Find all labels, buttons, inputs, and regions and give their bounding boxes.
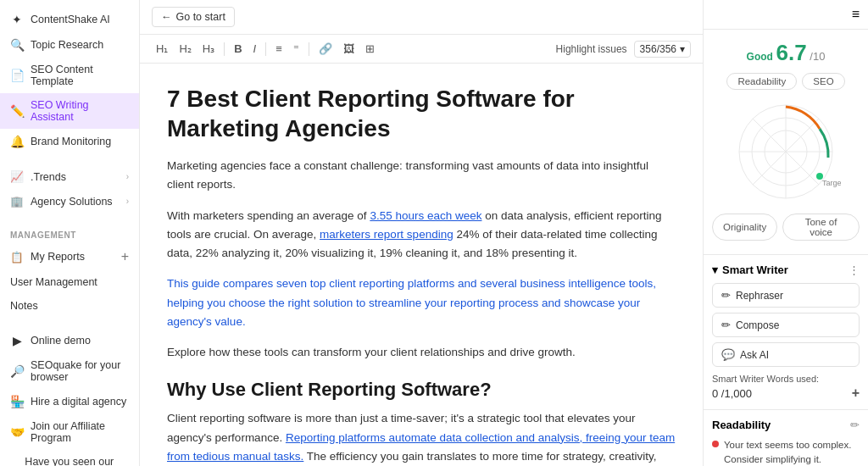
unordered-list-button[interactable]: ≡: [271, 40, 287, 58]
score-tabs-top: Readability SEO: [712, 73, 860, 90]
rephraser-icon: ✏: [721, 289, 731, 302]
paragraph-1: Marketing agencies face a constant chall…: [167, 157, 676, 195]
go-to-start-button[interactable]: ← Go to start: [152, 7, 235, 27]
link-spending[interactable]: marketers report spending: [320, 228, 453, 241]
sidebar-item-seoquake[interactable]: 🔎 SEOquake for your browser: [0, 353, 139, 389]
bold-button[interactable]: B: [230, 40, 246, 58]
sidebar-item-my-reports[interactable]: 📋 My Reports +: [0, 243, 139, 270]
play-icon: ▶: [10, 334, 24, 347]
link-button[interactable]: 🔗: [314, 40, 337, 58]
sidebar: ✦ ContentShake AI 🔍 Topic Research 📄 SEO…: [0, 0, 140, 466]
store-icon: 🏪: [10, 395, 24, 408]
h2-button[interactable]: H₂: [175, 40, 195, 58]
italic-button[interactable]: I: [249, 40, 261, 58]
trends-icon: 📈: [10, 170, 24, 183]
compose-icon: ✏: [721, 319, 731, 331]
words-used-label: Smart Writer Words used:: [712, 374, 860, 384]
radar-chart: Target: [712, 90, 860, 214]
table-button[interactable]: ⊞: [361, 40, 379, 58]
article-title[interactable]: 7 Best Client Reporting Software for Mar…: [167, 84, 676, 143]
highlight-select[interactable]: 356/356 ▾: [634, 41, 691, 58]
words-count-display: 0 /1,000 +: [712, 386, 860, 401]
smart-writer-header: ▾ Smart Writer ⋮: [712, 264, 860, 276]
h3-button[interactable]: H₃: [198, 40, 219, 58]
words-max: /1,000: [721, 387, 752, 400]
sidebar-item-contentshake[interactable]: ✦ ContentShake AI: [0, 7, 139, 32]
highlight-label: Highlight issues: [556, 43, 627, 55]
sidebar-group-agency[interactable]: 🏢 Agency Solutions ›: [0, 189, 139, 214]
formatting-bar: H₁ H₂ H₃ B I ≡ ⁼ 🔗 🖼 ⊞ Highlight issues …: [140, 35, 703, 64]
bell-icon: 🔔: [10, 135, 24, 148]
score-display: Good 6.7 /10: [712, 40, 860, 66]
highlight-count: 356/356: [640, 43, 676, 55]
pen-icon: ✏️: [10, 104, 24, 118]
link-platforms[interactable]: Reporting platforms automate data collec…: [167, 431, 675, 463]
document-icon: 📄: [10, 69, 24, 82]
top-toolbar: ← Go to start: [140, 0, 703, 35]
compose-button[interactable]: ✏ Compose: [712, 313, 860, 337]
sidebar-item-affiliate[interactable]: 🤝 Join our Affiliate Program: [0, 414, 139, 450]
words-count-value: 0: [712, 387, 718, 400]
image-button[interactable]: 🖼: [339, 40, 359, 58]
paragraph-2: With marketers spending an average of 3.…: [167, 207, 676, 264]
readability-header: Readability ✏: [712, 419, 860, 431]
search-icon: 🔍: [10, 38, 24, 52]
tab-seo[interactable]: SEO: [802, 73, 844, 90]
seoquake-icon: 🔎: [10, 364, 24, 378]
sidebar-item-seo-content-template[interactable]: 📄 SEO Content Template: [0, 58, 139, 93]
readability-item: Your text seems too complex. Consider si…: [712, 438, 860, 466]
article-body[interactable]: Marketing agencies face a constant chall…: [167, 157, 676, 466]
score-tabs-bottom: Originality Tone of voice: [712, 214, 860, 241]
handshake-icon: 🤝: [10, 425, 24, 439]
paragraph-5: Client reporting software is more than j…: [167, 409, 676, 466]
reports-icon: 📋: [10, 251, 24, 264]
tab-tone-of-voice[interactable]: Tone of voice: [782, 214, 860, 241]
ask-ai-button[interactable]: 💬 Ask AI: [712, 342, 860, 367]
rephraser-button[interactable]: ✏ Rephraser: [712, 283, 860, 308]
add-report-button[interactable]: +: [121, 249, 129, 264]
contentshake-icon: ✦: [10, 13, 24, 26]
editor-area[interactable]: 7 Best Client Reporting Software for Mar…: [140, 64, 703, 466]
paragraph-4: Explore how these tools can transform yo…: [167, 343, 676, 362]
agency-icon: 🏢: [10, 195, 24, 208]
sidebar-item-seo-writing-assistant[interactable]: ✏️ SEO Writing Assistant: [0, 93, 139, 129]
management-label: MANAGEMENT: [0, 224, 139, 243]
sidebar-item-online-demo[interactable]: ▶ Online demo: [0, 328, 139, 353]
add-words-button[interactable]: +: [852, 386, 860, 401]
sidebar-item-api[interactable]: {} Have you seen our new customizable AP…: [0, 450, 139, 466]
sidebar-group-trends[interactable]: 📈 .Trends ›: [0, 164, 139, 189]
tab-originality[interactable]: Originality: [712, 214, 777, 241]
svg-text:Target: Target: [822, 179, 841, 187]
sidebar-item-brand-monitoring[interactable]: 🔔 Brand Monitoring: [0, 129, 139, 154]
h1-button[interactable]: H₁: [152, 40, 172, 58]
smart-writer-menu-icon[interactable]: ⋮: [849, 264, 860, 276]
main-editor: ← Go to start H₁ H₂ H₃ B I ≡ ⁼ 🔗 🖼 ⊞ Hig…: [140, 0, 703, 466]
chevron-down-icon: ▾: [680, 43, 685, 55]
readability-title: Readability: [712, 419, 771, 431]
score-value: 6.7: [776, 40, 807, 65]
red-dot-icon: [712, 441, 719, 447]
score-label: Good: [747, 51, 773, 63]
sidebar-item-hire-agency[interactable]: 🏪 Hire a digital agency: [0, 389, 139, 414]
arrow-left-icon: ←: [161, 11, 172, 23]
chevron-down-icon-sw[interactable]: ▾: [712, 264, 718, 276]
paragraph-3: This guide compares seven top client rep…: [167, 275, 676, 331]
readability-edit-icon[interactable]: ✏: [850, 419, 860, 431]
chevron-right-icon: ›: [126, 172, 129, 181]
score-section: Good 6.7 /10 Readability SEO: [704, 30, 868, 254]
readability-section: Readability ✏ Your text seems too comple…: [704, 409, 868, 466]
smart-writer-section: ▾ Smart Writer ⋮ ✏ Rephraser ✏ Compose 💬…: [704, 254, 868, 409]
right-panel-header: ≡: [704, 0, 868, 30]
sidebar-item-user-management[interactable]: User Management: [0, 270, 139, 294]
score-max: /10: [810, 50, 825, 63]
tab-readability[interactable]: Readability: [726, 73, 797, 90]
menu-icon[interactable]: ≡: [852, 7, 860, 22]
right-panel: ≡ Good 6.7 /10 Readability SEO: [703, 0, 868, 466]
sidebar-item-topic-research[interactable]: 🔍 Topic Research: [0, 32, 139, 58]
article-h2: Why Use Client Reporting Software?: [167, 379, 676, 401]
sidebar-item-notes[interactable]: Notes: [0, 294, 139, 318]
smart-writer-title: ▾ Smart Writer: [712, 264, 788, 276]
ordered-list-button[interactable]: ⁼: [289, 40, 303, 58]
ai-icon: 💬: [721, 348, 735, 361]
link-hours[interactable]: 3.55 hours each week: [370, 209, 481, 222]
